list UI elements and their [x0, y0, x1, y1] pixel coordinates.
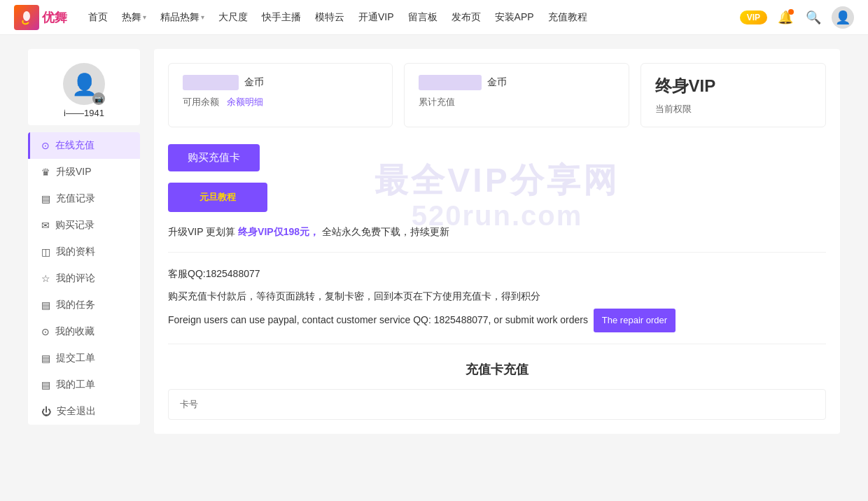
notification-dot	[788, 9, 794, 15]
nav-tutorial[interactable]: 充值教程	[548, 11, 587, 24]
cumulative-unit: 金币	[487, 76, 507, 89]
balance-unit: 金币	[244, 76, 264, 89]
stat-balance-amount: 金币	[183, 75, 378, 90]
nav-home[interactable]: 首页	[88, 11, 108, 24]
sidebar-item-comments[interactable]: ☆ 我的评论	[28, 265, 140, 292]
instruction1: 购买充值卡付款后，等待页面跳转，复制卡密，回到本页在下方使用充值卡，得到积分	[168, 286, 826, 306]
recharge-history-icon: ▤	[41, 193, 50, 204]
nav-featured-arrow: ▾	[201, 13, 204, 21]
promo-highlight: 终身VIP仅198元，	[238, 226, 319, 237]
repair-order-button[interactable]: The repair order	[594, 309, 676, 332]
vip-label: 当前权限	[655, 103, 811, 115]
main-header: 优舞 首页 热舞 ▾ 精品热舞 ▾ 大尺度 快手主播 模特云 开通VIP 留言板…	[0, 0, 868, 35]
sidebar-logout-label: 安全退出	[57, 405, 96, 418]
sidebar-item-logout[interactable]: ⏻ 安全退出	[28, 398, 140, 425]
user-avatar[interactable]: 👤	[832, 6, 854, 29]
camera-icon: 📷	[92, 92, 105, 105]
recharge-icon: ⊙	[41, 140, 50, 151]
submit-ticket-icon: ▤	[41, 353, 50, 364]
profile-avatar-icon: 👤	[71, 72, 97, 97]
nav-open-vip[interactable]: 开通VIP	[358, 11, 394, 24]
avatar-icon: 👤	[835, 10, 850, 25]
nav-model[interactable]: 模特云	[315, 11, 344, 24]
recharge-input-label: 卡号	[180, 399, 198, 409]
tasks-icon: ▤	[41, 299, 50, 311]
nav-featured[interactable]: 精品热舞 ▾	[160, 11, 204, 24]
stat-card-vip: 终身VIP 当前权限	[640, 63, 826, 127]
logout-icon: ⏻	[41, 406, 51, 417]
sidebar-item-purchase-history[interactable]: ✉ 购买记录	[28, 212, 140, 239]
sidebar-comments-label: 我的评论	[56, 272, 95, 285]
notification-btn[interactable]: 🔔	[776, 8, 795, 27]
logo-text: 优舞	[42, 9, 67, 26]
sidebar-item-tasks[interactable]: ▤ 我的任务	[28, 292, 140, 318]
charge-section: 最全VIP分享网 520run.com 购买充值卡 元旦教程 升级VIP 更划算…	[168, 144, 826, 420]
profile-icon: ◫	[41, 246, 50, 257]
nav-guestbook[interactable]: 留言板	[408, 11, 438, 24]
nav-dance[interactable]: 热舞 ▾	[122, 11, 146, 24]
sidebar-item-my-ticket[interactable]: ▤ 我的工单	[28, 372, 140, 398]
cumulative-blurred	[419, 75, 482, 90]
stat-card-cumulative: 金币 累计充值	[404, 63, 629, 127]
user-profile: 👤 📷 i——1941	[28, 49, 140, 125]
main-nav: 首页 热舞 ▾ 精品热舞 ▾ 大尺度 快手主播 模特云 开通VIP 留言板 发布…	[88, 11, 740, 24]
instruction2-3: Foreign users can use paypal, contact cu…	[168, 309, 826, 332]
sidebar-item-favorites[interactable]: ⊙ 我的收藏	[28, 318, 140, 345]
comments-icon: ☆	[41, 273, 50, 284]
nav-dance-arrow: ▾	[143, 13, 146, 21]
new-year-label: 元旦教程	[200, 191, 236, 204]
divider1	[168, 252, 826, 253]
sidebar-item-upgrade-vip[interactable]: ♛ 升级VIP	[28, 159, 140, 185]
stat-card-balance: 金币 可用余额 余额明细	[168, 63, 393, 127]
stats-row: 金币 可用余额 余额明细 金币 累计充值 终身V	[168, 63, 826, 127]
nav-publish[interactable]: 发布页	[451, 11, 481, 24]
nav-kuaishou[interactable]: 快手主播	[262, 11, 301, 24]
my-ticket-icon: ▤	[41, 379, 50, 390]
purchase-history-icon: ✉	[41, 220, 50, 231]
search-btn[interactable]: 🔍	[804, 8, 823, 27]
balance-blurred	[183, 75, 239, 90]
sidebar-recharge-history-label: 充值记录	[56, 192, 95, 205]
new-year-btn-wrapper: 元旦教程	[168, 183, 826, 212]
sidebar-item-recharge[interactable]: ⊙ 在线充值	[28, 132, 140, 159]
content-layout: 👤 📷 i——1941 ⊙ 在线充值 ♛ 升级VIP ▤ 充值记录	[28, 49, 840, 434]
profile-avatar[interactable]: 👤 📷	[63, 63, 105, 105]
logo-icon	[14, 5, 39, 30]
sidebar-submit-ticket-label: 提交工单	[56, 352, 95, 365]
sidebar-item-recharge-history[interactable]: ▤ 充值记录	[28, 185, 140, 212]
sidebar-item-profile[interactable]: ◫ 我的资料	[28, 239, 140, 265]
profile-username: i——1941	[28, 108, 140, 118]
logo[interactable]: 优舞	[14, 5, 67, 30]
vip-title: 终身VIP	[655, 75, 811, 97]
page-wrapper: 👤 📷 i——1941 ⊙ 在线充值 ♛ 升级VIP ▤ 充值记录	[14, 35, 854, 448]
sidebar: 👤 📷 i——1941 ⊙ 在线充值 ♛ 升级VIP ▤ 充值记录	[28, 49, 140, 434]
stat-cumulative-amount: 金币	[419, 75, 614, 90]
sidebar-favorites-label: 我的收藏	[55, 325, 94, 338]
sidebar-upgrade-label: 升级VIP	[56, 166, 92, 178]
balance-detail-link[interactable]: 余额明细	[227, 97, 263, 107]
sidebar-menu: ⊙ 在线充值 ♛ 升级VIP ▤ 充值记录 ✉ 购买记录 ◫ 我的资料	[28, 132, 140, 425]
sidebar-purchase-label: 购买记录	[55, 219, 94, 232]
divider2	[168, 344, 826, 344]
sidebar-item-submit-ticket[interactable]: ▤ 提交工单	[28, 345, 140, 372]
recharge-section-title: 充值卡充值	[168, 361, 826, 378]
sidebar-tasks-label: 我的任务	[56, 299, 95, 311]
favorites-icon: ⊙	[41, 326, 50, 337]
stat-cumulative-label: 累计充值	[419, 96, 614, 108]
vip-badge-btn[interactable]: VIP	[740, 10, 767, 24]
nav-install[interactable]: 安装APP	[495, 11, 534, 24]
qq-info: 客服QQ:1825488077	[168, 264, 826, 283]
svg-point-0	[23, 11, 30, 21]
upgrade-vip-icon: ♛	[41, 167, 50, 178]
nav-large[interactable]: 大尺度	[218, 11, 248, 24]
promo-text: 升级VIP 更划算 终身VIP仅198元， 全站永久免费下载，持续更新	[168, 223, 826, 241]
recharge-input-area: 卡号	[168, 389, 826, 420]
buy-card-button[interactable]: 购买充值卡	[168, 144, 260, 171]
stat-balance-label: 可用余额 余额明细	[183, 96, 378, 108]
charge-banner: 购买充值卡	[168, 144, 826, 171]
sidebar-profile-label: 我的资料	[56, 246, 95, 258]
new-year-button[interactable]: 元旦教程	[168, 183, 267, 212]
sidebar-recharge-label: 在线充值	[55, 139, 94, 152]
main-content: 金币 可用余额 余额明细 金币 累计充值 终身V	[154, 49, 840, 434]
header-right: VIP 🔔 🔍 👤	[740, 6, 854, 29]
